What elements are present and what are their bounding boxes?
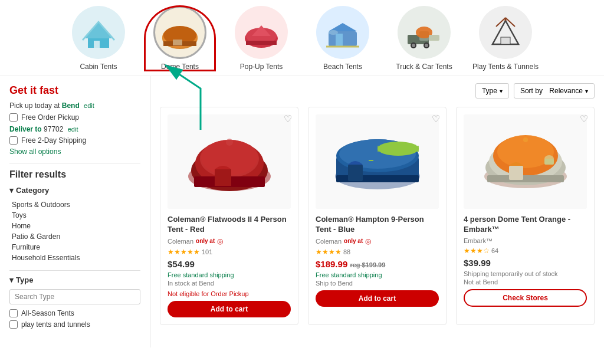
category-label-play: Play Tents & Tunnels bbox=[472, 63, 539, 71]
svg-rect-49 bbox=[369, 160, 373, 161]
svg-rect-39 bbox=[215, 169, 231, 186]
sort-button[interactable]: Sort by Relevance ▾ bbox=[514, 83, 595, 99]
svg-rect-2 bbox=[94, 41, 100, 48]
svg-marker-14 bbox=[329, 23, 357, 31]
product-name-0: Coleman® Flatwoods II 4 Person Tent - Re… bbox=[168, 215, 291, 235]
stars-row-1: ★★★★ 88 bbox=[316, 248, 439, 256]
svg-rect-56 bbox=[509, 166, 523, 180]
free-order-pickup-label: Free Order Pickup bbox=[21, 113, 79, 122]
product-price-1: $189.99 reg $199.99 bbox=[316, 259, 439, 269]
svg-point-21 bbox=[412, 44, 415, 47]
store-info-2: Not at Bend bbox=[464, 278, 587, 286]
product-name-1: Coleman® Hampton 9-Person Tent - Blue bbox=[316, 215, 439, 235]
product-image-2 bbox=[464, 114, 587, 209]
free-shipping-row[interactable]: Free 2-Day Shipping bbox=[9, 136, 140, 145]
pickup-edit-link[interactable]: edit bbox=[84, 102, 94, 109]
target-logo-1: ◎ bbox=[365, 237, 371, 245]
all-season-checkbox[interactable] bbox=[9, 309, 18, 317]
category-label-beach: Beach Tents bbox=[323, 63, 362, 71]
all-season-row[interactable]: All-Season Tents bbox=[9, 309, 140, 317]
chevron-down-icon-type: ▾ bbox=[9, 276, 14, 284]
play-tents-row[interactable]: play tents and tunnels bbox=[9, 320, 140, 329]
filter-patio[interactable]: Patio & Garden bbox=[12, 231, 140, 242]
svg-rect-25 bbox=[429, 35, 439, 41]
filter-results-title: Filter results bbox=[9, 163, 140, 180]
category-label-dome: Dome Tents bbox=[161, 63, 199, 71]
wishlist-button-1[interactable]: ♡ bbox=[432, 113, 440, 124]
svg-rect-48 bbox=[348, 165, 363, 181]
filter-toys[interactable]: Toys bbox=[12, 210, 140, 221]
filter-household[interactable]: Household Essentials bbox=[12, 252, 140, 263]
shipping-text-2: Shipping temporarily out of stock bbox=[464, 270, 587, 277]
deliver-edit-link[interactable]: edit bbox=[68, 126, 78, 133]
type-section-title[interactable]: ▾ Type bbox=[9, 276, 140, 284]
category-item-cabin[interactable]: Cabin Tents bbox=[63, 6, 134, 71]
sort-chevron-icon: ▾ bbox=[585, 88, 588, 94]
svg-rect-12 bbox=[246, 41, 277, 45]
filter-sports[interactable]: Sports & Outdoors bbox=[12, 199, 140, 210]
pickup-label: Pick up today at Bend edit bbox=[9, 101, 140, 110]
star-icons-1: ★★★★ bbox=[316, 248, 342, 256]
filter-furniture[interactable]: Furniture bbox=[12, 242, 140, 252]
product-card-2[interactable]: ♡ bbox=[456, 107, 595, 325]
chevron-down-icon: ▾ bbox=[9, 186, 14, 195]
svg-point-46 bbox=[378, 142, 419, 156]
category-item-truck[interactable]: Truck & Car Tents bbox=[389, 6, 459, 71]
svg-marker-0 bbox=[83, 22, 114, 38]
product-name-2: 4 person Dome Tent Orange - Embark™ bbox=[464, 215, 587, 235]
content-area: Type ▾ Sort by Relevance ▾ ♡ bbox=[150, 76, 604, 347]
type-filter-button[interactable]: Type ▾ bbox=[475, 83, 509, 99]
product-image-0 bbox=[168, 114, 291, 209]
svg-point-23 bbox=[425, 44, 428, 47]
product-price-2: $39.99 bbox=[464, 258, 587, 268]
svg-point-59 bbox=[523, 137, 528, 142]
get-it-fast-title: Get it fast bbox=[9, 84, 140, 97]
shipping-text-0: Free standard shipping bbox=[168, 271, 291, 278]
content-header: Type ▾ Sort by Relevance ▾ bbox=[160, 83, 595, 99]
star-icons-2: ★★★☆ bbox=[464, 247, 490, 255]
free-order-pickup-row[interactable]: Free Order Pickup bbox=[9, 113, 140, 122]
category-label-popup: Pop-Up Tents bbox=[240, 63, 283, 71]
store-info-1: Ship to Bend bbox=[316, 280, 439, 287]
check-stores-2[interactable]: Check Stores bbox=[464, 289, 587, 307]
target-logo-0: ◎ bbox=[217, 237, 223, 245]
sort-by-label: Sort by bbox=[520, 87, 543, 95]
category-label-cabin: Cabin Tents bbox=[80, 63, 117, 71]
product-brand-1: Coleman only at ◎ bbox=[316, 237, 439, 245]
sidebar: Get it fast Pick up today at Bend edit F… bbox=[0, 76, 150, 347]
product-card-0[interactable]: ♡ bbox=[160, 107, 298, 325]
play-tents-checkbox[interactable] bbox=[9, 320, 18, 329]
category-item-popup[interactable]: Pop-Up Tents bbox=[226, 6, 297, 71]
stars-row-0: ★★★★★ 101 bbox=[168, 248, 291, 256]
star-icons-0: ★★★★★ bbox=[168, 248, 200, 256]
search-type-input[interactable] bbox=[9, 289, 140, 304]
free-shipping-label: Free 2-Day Shipping bbox=[21, 136, 86, 145]
free-order-pickup-checkbox[interactable] bbox=[9, 113, 18, 122]
product-image-1 bbox=[316, 114, 439, 209]
category-item-play[interactable]: Play Tents & Tunnels bbox=[470, 6, 541, 71]
product-grid: ♡ bbox=[160, 107, 595, 325]
category-label-truck: Truck & Car Tents bbox=[396, 63, 452, 71]
add-to-cart-0[interactable]: Add to cart bbox=[168, 301, 291, 317]
category-item-beach[interactable]: Beach Tents bbox=[307, 6, 378, 71]
svg-point-16 bbox=[329, 30, 338, 35]
svg-point-40 bbox=[226, 139, 233, 146]
product-brand-0: Coleman only at ◎ bbox=[168, 237, 291, 245]
product-card-1[interactable]: ♡ bbox=[308, 107, 447, 325]
all-season-label: All-Season Tents bbox=[21, 309, 74, 317]
show-all-link[interactable]: Show all options bbox=[9, 147, 140, 156]
svg-rect-58 bbox=[544, 159, 554, 165]
sort-value: Relevance bbox=[549, 87, 583, 95]
category-section-title[interactable]: ▾ Category bbox=[9, 186, 140, 195]
category-bar: Cabin Tents Dome Tents bbox=[0, 0, 604, 76]
wishlist-button-0[interactable]: ♡ bbox=[284, 113, 292, 124]
product-price-0: $54.99 bbox=[168, 259, 291, 269]
filter-home[interactable]: Home bbox=[12, 221, 140, 231]
svg-rect-31 bbox=[501, 37, 510, 44]
wishlist-button-2[interactable]: ♡ bbox=[580, 113, 588, 124]
product-brand-2: Embark™ bbox=[464, 237, 587, 244]
category-item-dome[interactable]: Dome Tents bbox=[145, 6, 215, 71]
free-shipping-checkbox[interactable] bbox=[9, 136, 18, 145]
main-layout: Get it fast Pick up today at Bend edit F… bbox=[0, 76, 604, 347]
add-to-cart-1[interactable]: Add to cart bbox=[316, 290, 439, 307]
